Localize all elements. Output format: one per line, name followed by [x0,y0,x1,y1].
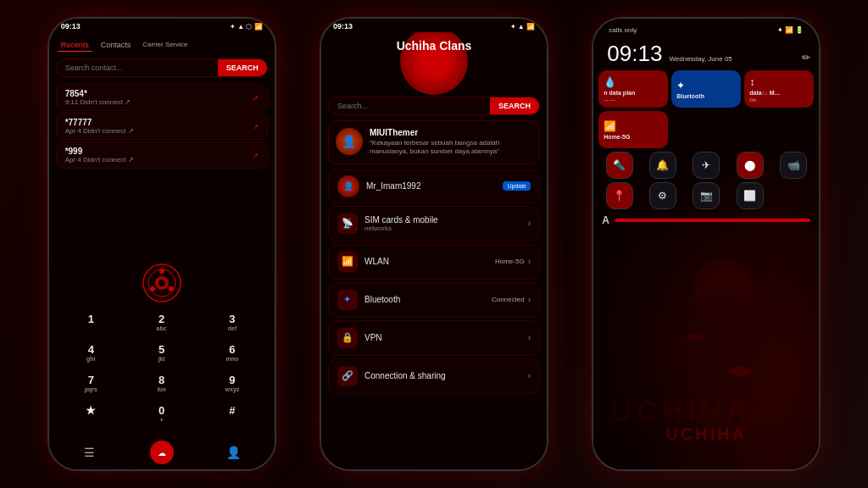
dial-6[interactable]: 6mno [198,338,266,367]
tab-contacts[interactable]: Contacts [97,39,135,52]
bt-icon: ✦ [337,290,358,310]
dial-8-sub: tuv [131,386,192,392]
phone2-search-button[interactable]: SEARCH [490,97,539,114]
wlan-icon: 📶 [337,252,358,272]
call-item-3[interactable]: *999 Apr 4 Didn't connect ↗ ↗ [56,141,268,169]
qs-tile-data-plan[interactable]: 💧 n data plan — — [598,70,668,108]
settings-bt-left: ✦ Bluetooth [337,290,400,310]
sim-chevron: › [528,219,531,228]
settings-list: 👤 Mr_Imam1992 Update 📡 SIM cards & mobil… [321,166,547,469]
call-arrow-3: ↗ [252,151,259,160]
bt-status: Connected [492,296,525,303]
settings-vpn-label: VPN [364,333,382,342]
dial-0[interactable]: 0+ [127,399,196,428]
phone2-search-input[interactable] [329,97,490,114]
menu-icon[interactable]: ☰ [78,441,102,464]
phone1-search-input[interactable] [57,59,218,76]
phone-dialer: 09:13 ✦ ▲ ⬡ 📶 Recents Contacts Carrier S… [47,17,276,471]
dial-5[interactable]: 5jkl [127,338,196,367]
settings-bt-right: Connected › [492,295,531,304]
qs-small-flashlight[interactable]: 🔦 [606,152,633,179]
call-number-1: 7854* [65,89,131,98]
bt-tile-icon: ✦ [676,80,736,92]
qs-small-airplane[interactable]: ✈ [693,152,720,179]
profile-quote: "Kekayaan terbesar sebuah bangsa adalah … [370,139,532,157]
phone1-screen: 09:13 ✦ ▲ ⬡ 📶 Recents Contacts Carrier S… [49,19,275,469]
qs-small-settings[interactable]: ⚙ [649,182,676,209]
tab-recents[interactable]: Recents [58,39,92,52]
settings-conn-label: Connection & sharing [364,371,446,380]
dial-8[interactable]: 8tuv [127,369,196,397]
dial-hash[interactable]: # [198,399,266,428]
settings-wlan-right: Home-5G › [495,257,531,266]
qs-small-video[interactable]: 📹 [780,152,807,179]
settings-connection[interactable]: 🔗 Connection & sharing › [328,358,540,394]
call-info-3: Apr 4 Didn't connect ↗ [65,156,134,164]
dial-1[interactable]: 1 [57,308,125,336]
dial-4[interactable]: 4ghi [57,338,125,367]
dial-3-sub: def [201,325,263,331]
contact-name: Mr_Imam1992 [366,181,420,191]
brightness-bar[interactable] [615,219,810,222]
call-info-2: Apr 4 Didn't connect ↗ [65,127,134,135]
notch-3 [676,19,736,32]
call-item-1[interactable]: 7854* 9:11 Didn't connect ↗ ↗ [56,84,268,111]
settings-wlan-label: WLAN [364,257,389,266]
wifi-tile-label: Home-5G [604,134,663,140]
data-usage-sub: On [749,97,809,103]
call-item-2[interactable]: *77777 Apr 4 Didn't connect ↗ ↗ [56,113,268,140]
status-calls-only: calls only [609,26,637,34]
svg-point-4 [159,280,165,286]
qs-small-dnd[interactable]: ⬤ [737,152,764,179]
settings-bluetooth[interactable]: ✦ Bluetooth Connected › [328,282,540,318]
phone1-content: 09:13 ✦ ▲ ⬡ 📶 Recents Contacts Carrier S… [49,19,275,469]
qs-tile-wifi[interactable]: 📶 Home-5G [598,111,668,148]
qs-small-bell[interactable]: 🔔 [649,152,676,179]
sharingan-logo [141,262,183,304]
qs-time: 09:13 [602,41,662,67]
qs-tile-data-usage[interactable]: ↕ data↑↓ M… On [744,70,814,108]
brightness-row: A [597,211,815,230]
time-date-row: 09:13 Wednesday, June 05 ✏ [597,37,815,70]
notch-2 [404,19,464,32]
data-plan-icon: 💧 [604,76,663,88]
qs-small-camera[interactable]: 📷 [693,182,720,209]
qs-small-screen[interactable]: ⬜ [737,182,764,209]
tab-carrier[interactable]: Carrier Service [139,39,191,52]
contact-left: 👤 Mr_Imam1992 [337,175,420,197]
status-icons-3: ✦ 📶 🔋 [777,26,804,34]
qs-row3: 📍 ⚙ 📷 ⬜ [597,180,815,211]
contact-item-main[interactable]: 👤 Mr_Imam1992 Update [328,169,540,203]
call-info-1: 9:11 Didn't connect ↗ [65,98,131,106]
qs-small-location[interactable]: 📍 [606,182,633,209]
dial-7[interactable]: 7pqrs [57,369,125,397]
edit-icon[interactable]: ✏ [802,52,810,64]
bt-chevron: › [528,295,531,304]
dial-9[interactable]: 9wxyz [198,369,266,397]
phone2-search-bar: SEARCH [328,97,540,115]
dialpad: 1 2abc 3def 4ghi 5jkl 6mno 7pqrs 8tuv 9w… [49,254,275,435]
dial-star[interactable]: ★ [57,399,125,428]
dial-3[interactable]: 3def [198,308,266,336]
qs-date: Wednesday, June 05 [669,55,732,63]
qs-tile-bluetooth[interactable]: ✦ Bluetooth [671,70,741,108]
call-arrow-2: ↗ [252,122,259,131]
contacts-icon[interactable]: 👤 [221,441,245,464]
dial-2[interactable]: 2abc [127,308,196,336]
phone1-search-button[interactable]: SEARCH [218,59,267,76]
update-badge: Update [503,181,531,191]
phone-quick-settings: UCHIHA calls only 09:13 ✦ 📶 🔋 09:13 Wedn… [592,17,821,471]
profile-avatar: 👤 [336,128,363,155]
vpn-icon: 🔒 [337,328,358,348]
settings-wlan[interactable]: 📶 WLAN Home-5G › [328,244,540,280]
settings-vpn[interactable]: 🔒 VPN › [328,320,540,356]
wlan-value: Home-5G [495,258,525,265]
settings-sim[interactable]: 📡 SIM cards & mobile networks › [328,206,540,241]
phone1-search-bar: SEARCH [56,58,268,77]
contact-avatar: 👤 [337,175,359,197]
status-icons-2: ✦ ▲ 📶 [510,23,535,30]
dial-4-sub: ghi [60,356,122,362]
dial-9-sub: wxyz [201,386,263,392]
uchiha-watermark: UCHIHA [593,424,819,444]
settings-sim-label: SIM cards & mobile [364,215,438,225]
